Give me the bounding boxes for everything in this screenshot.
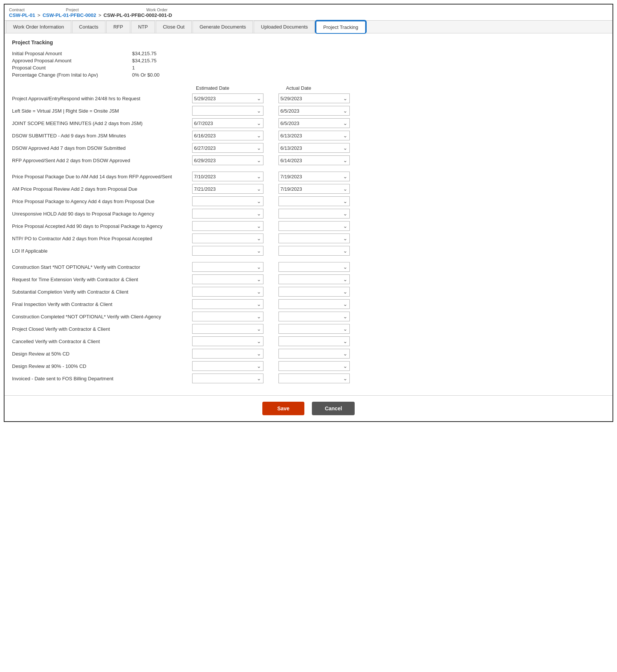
estimated-date-select[interactable] (192, 246, 263, 256)
tab-rfp[interactable]: RFP (106, 21, 130, 33)
actual-date-field (278, 374, 350, 383)
project-link[interactable]: CSW-PL-01-PFBC-0002 (42, 12, 96, 18)
estimated-date-field (192, 246, 263, 256)
tab-uploaded-documents[interactable]: Uploaded Documents (254, 21, 315, 33)
tracking-row: Invoiced - Date sent to FOS Billing Depa… (12, 373, 605, 384)
tracking-row-label: Project Closed Verify with Contractor & … (12, 326, 192, 332)
actual-date-field (278, 349, 350, 359)
actual-date-field (278, 312, 350, 321)
actual-date-select[interactable] (278, 312, 350, 321)
estimated-date-field: 5/29/2023 (192, 93, 263, 103)
estimated-date-select[interactable]: 6/27/2023 (192, 143, 263, 153)
estimated-date-select[interactable] (192, 287, 263, 297)
actual-date-select[interactable] (278, 324, 350, 334)
tab-project-tracking[interactable]: Project Tracking (316, 21, 366, 33)
actual-date-select[interactable] (278, 299, 350, 309)
actual-date-field (278, 209, 350, 218)
estimated-date-field (192, 299, 263, 309)
actual-date-select[interactable] (278, 287, 350, 297)
approved-label: Approved Proposal Amount (12, 58, 132, 63)
actual-date-select[interactable] (278, 274, 350, 284)
estimated-date-select[interactable] (192, 374, 263, 383)
actual-date-select[interactable] (278, 221, 350, 231)
estimated-date-select[interactable] (192, 299, 263, 309)
estimated-date-select[interactable]: 6/16/2023 (192, 131, 263, 140)
contract-label: Contract (9, 8, 25, 12)
cancel-button[interactable]: Cancel (312, 402, 355, 415)
estimated-date-select[interactable]: 6/29/2023 (192, 155, 263, 165)
actual-date-select[interactable] (278, 196, 350, 206)
actual-date-select[interactable]: 6/5/2023 (278, 106, 350, 116)
tracking-row-label: Design Review at 90% - 100% CD (12, 363, 192, 369)
actual-date-select[interactable] (278, 361, 350, 371)
project-label: Project (66, 8, 79, 12)
tracking-row: NTP/ PO to Contractor Add 2 days from Pr… (12, 233, 605, 244)
actual-date-select[interactable]: 7/19/2023 (278, 184, 350, 194)
estimated-date-select[interactable] (192, 196, 263, 206)
estimated-date-select[interactable]: 5/29/2023 (192, 93, 263, 103)
estimated-date-select[interactable] (192, 312, 263, 321)
contract-link[interactable]: CSW-PL-01 (9, 12, 35, 18)
tab-contacts[interactable]: Contacts (72, 21, 105, 33)
actual-date-select[interactable] (278, 349, 350, 359)
tab-ntp[interactable]: NTP (131, 21, 155, 33)
tracking-row: Price Proposal Package Due to AM Add 14 … (12, 171, 605, 182)
estimated-date-select[interactable] (192, 361, 263, 371)
footer-bar: Save Cancel (5, 395, 612, 421)
actual-date-select[interactable] (278, 374, 350, 383)
actual-date-select[interactable]: 6/14/2023 (278, 155, 350, 165)
estimated-date-select[interactable] (192, 106, 263, 116)
actual-date-select[interactable]: 5/29/2023 (278, 93, 350, 103)
estimated-date-field (192, 221, 263, 231)
tracking-row-label: Unresponsive HOLD Add 90 days to Proposa… (12, 211, 192, 217)
tracking-row-label: Price Proposal Package Due to AM Add 14 … (12, 174, 192, 179)
tab-work-order-information[interactable]: Work Order Information (6, 21, 71, 33)
actual-date-select[interactable] (278, 209, 350, 218)
actual-date-field (278, 221, 350, 231)
actual-date-select[interactable]: 6/5/2023 (278, 118, 350, 128)
estimated-date-select[interactable] (192, 336, 263, 346)
tab-generate-documents[interactable]: Generate Documents (193, 21, 253, 33)
estimated-date-select[interactable]: 6/7/2023 (192, 118, 263, 128)
tracking-row: Final Inspection Verify with Contractor … (12, 299, 605, 309)
estimated-date-select[interactable]: 7/10/2023 (192, 172, 263, 181)
actual-date-select[interactable]: 7/19/2023 (278, 172, 350, 181)
actual-date-field (278, 287, 350, 297)
estimated-date-select[interactable] (192, 234, 263, 243)
sep2: > (98, 12, 101, 18)
tracking-row-label: Price Proposal Accepted Add 90 days to P… (12, 223, 192, 229)
actual-date-field (278, 361, 350, 371)
estimated-date-select[interactable] (192, 349, 263, 359)
estimated-date-select[interactable] (192, 262, 263, 272)
summary-row-approved: Approved Proposal Amount $34,215.75 (12, 58, 605, 63)
actual-date-select[interactable] (278, 262, 350, 272)
estimated-date-field (192, 196, 263, 206)
tracking-row: Left Side = Virtual JSM | Right Side = O… (12, 105, 605, 116)
actual-date-select[interactable] (278, 234, 350, 243)
actual-date-select[interactable]: 6/13/2023 (278, 143, 350, 153)
estimated-date-field: 6/16/2023 (192, 131, 263, 140)
actual-date-field: 6/13/2023 (278, 131, 350, 140)
actual-date-field: 7/19/2023 (278, 172, 350, 181)
estimated-date-select[interactable] (192, 274, 263, 284)
actual-date-select[interactable]: 6/13/2023 (278, 131, 350, 140)
estimated-date-select[interactable]: 7/21/2023 (192, 184, 263, 194)
actual-date-field (278, 336, 350, 346)
estimated-date-field: 6/7/2023 (192, 118, 263, 128)
tracking-row: Request for Time Extension Verify with C… (12, 274, 605, 285)
workorder-current: CSW-PL-01-PFBC-0002-001-D (104, 12, 172, 18)
pct-label: Percentage Change (From Inital to Apv) (12, 72, 132, 78)
estimated-date-field (192, 287, 263, 297)
tracking-row: Cancelled Verify with Contractor & Clien… (12, 336, 605, 347)
actual-date-field (278, 262, 350, 272)
actual-date-select[interactable] (278, 336, 350, 346)
workorder-label: Work Order (146, 8, 168, 12)
estimated-date-select[interactable] (192, 209, 263, 218)
tracking-row-label: DSOW SUBMITTED - Add 9 days from JSM Min… (12, 133, 192, 139)
estimated-date-select[interactable] (192, 324, 263, 334)
estimated-date-select[interactable] (192, 221, 263, 231)
save-button[interactable]: Save (262, 402, 305, 415)
tab-close-out[interactable]: Close Out (156, 21, 192, 33)
tracking-row: AM Price Proposal Review Add 2 days from… (12, 184, 605, 194)
actual-date-select[interactable] (278, 246, 350, 256)
